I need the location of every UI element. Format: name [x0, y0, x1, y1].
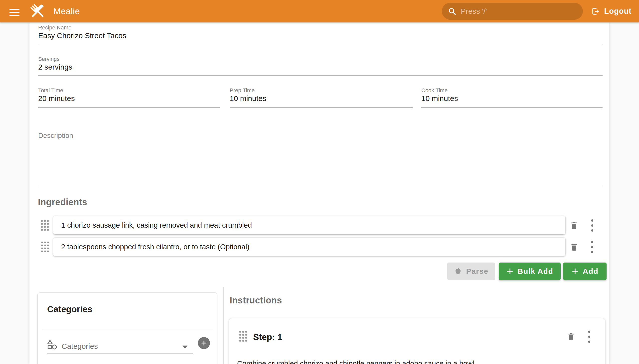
- plus-icon: [506, 268, 514, 275]
- categories-divider: [42, 330, 212, 330]
- step-text[interactable]: Combine crumbled chorizo and chipotle pe…: [237, 358, 592, 364]
- trash-icon: [570, 242, 579, 252]
- description-underline: [38, 186, 602, 186]
- mealie-recipe-editor: Mealie Press '/' Logout Recipe Name Serv…: [0, 0, 639, 364]
- ingredient-menu-button[interactable]: [585, 240, 599, 254]
- description-label: Description: [38, 132, 73, 140]
- menu-icon[interactable]: [9, 6, 21, 17]
- categories-select-underline: [47, 354, 193, 354]
- recipe-name-label: Recipe Name: [38, 24, 71, 31]
- servings-label: Servings: [38, 56, 60, 62]
- instructions-heading: Instructions: [230, 295, 282, 306]
- app-bar: Mealie Press '/' Logout: [0, 0, 639, 22]
- ingredient-row[interactable]: [53, 238, 565, 256]
- trash-icon: [570, 221, 579, 230]
- search-icon: [448, 7, 456, 16]
- bulk-add-button[interactable]: Bulk Add: [499, 262, 561, 280]
- step-title: Step: 1: [253, 332, 282, 342]
- prep-time-underline: [230, 108, 413, 108]
- shapes-icon: [47, 339, 58, 350]
- column-divider: [223, 287, 224, 364]
- prep-time-input[interactable]: [230, 94, 404, 103]
- parse-button[interactable]: Parse: [447, 262, 495, 280]
- categories-select-label: Categories: [62, 342, 98, 350]
- recipe-name-input[interactable]: [38, 32, 587, 40]
- plus-icon: [571, 268, 579, 275]
- step-delete-button[interactable]: [564, 330, 578, 344]
- parse-label: Parse: [466, 267, 488, 276]
- recipe-name-underline: [38, 45, 602, 45]
- total-time-input[interactable]: [38, 94, 213, 103]
- cook-time-label: Cook Time: [421, 87, 448, 94]
- plus-icon: [201, 340, 207, 346]
- categories-card: Categories Categories: [38, 292, 217, 364]
- step-card: Step: 1 Combine crumbled chorizo and chi…: [229, 318, 605, 364]
- description-textarea[interactable]: [38, 142, 602, 184]
- total-time-label: Total Time: [38, 87, 63, 94]
- search-input[interactable]: Press '/': [442, 3, 583, 20]
- drag-indicator-icon: [239, 331, 247, 342]
- trash-icon: [567, 332, 576, 341]
- ingredients-heading: Ingredients: [38, 197, 87, 208]
- dots-vertical-icon: [588, 330, 590, 343]
- logout-label: Logout: [604, 7, 631, 16]
- drag-indicator-icon: [41, 220, 49, 230]
- dots-vertical-icon: [591, 241, 593, 253]
- total-time-underline: [38, 108, 220, 108]
- cook-time-underline: [421, 108, 602, 108]
- app-title: Mealie: [53, 0, 80, 22]
- dots-vertical-icon: [591, 220, 593, 232]
- add-category-button[interactable]: [198, 337, 210, 349]
- ingredient-menu-button[interactable]: [585, 218, 599, 232]
- apple-icon: [454, 267, 462, 275]
- servings-underline: [38, 75, 602, 76]
- ingredient-row[interactable]: [53, 216, 565, 234]
- add-label: Add: [583, 267, 598, 276]
- step-menu-button[interactable]: [582, 330, 596, 344]
- prep-time-label: Prep Time: [230, 87, 255, 94]
- logout-button[interactable]: Logout: [591, 0, 631, 22]
- step-drag-handle[interactable]: [238, 330, 248, 343]
- search-placeholder: Press '/': [461, 7, 487, 16]
- cook-time-input[interactable]: [421, 94, 596, 103]
- ingredient-input[interactable]: [61, 243, 548, 251]
- ingredient-input[interactable]: [61, 221, 548, 229]
- ingredient-drag-handle[interactable]: [40, 240, 50, 253]
- logout-icon: [591, 7, 600, 16]
- bulk-add-label: Bulk Add: [518, 267, 553, 276]
- categories-select[interactable]: Categories: [47, 334, 193, 358]
- mealie-silverware-logo-icon: [29, 3, 47, 20]
- ingredient-delete-button[interactable]: [567, 240, 581, 254]
- categories-card-title: Categories: [47, 304, 92, 314]
- drag-indicator-icon: [41, 242, 49, 252]
- ingredient-drag-handle[interactable]: [40, 219, 50, 232]
- chevron-down-icon: [182, 346, 187, 348]
- ingredient-delete-button[interactable]: [567, 218, 581, 232]
- add-button[interactable]: Add: [563, 262, 606, 280]
- servings-input[interactable]: [38, 63, 587, 71]
